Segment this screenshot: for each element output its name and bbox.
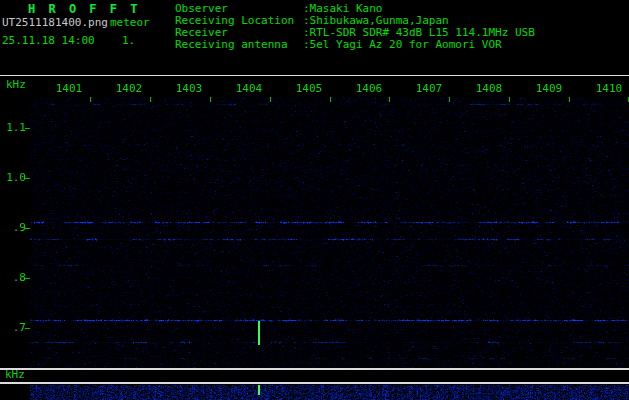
y-tick-0_8: .8 <box>0 272 26 284</box>
x-tick-1402: 1402 <box>109 83 149 95</box>
x-tick-1407: 1407 <box>409 83 449 95</box>
x-tick-1408: 1408 <box>469 83 509 95</box>
x-tick-1404: 1404 <box>229 83 269 95</box>
y-tick-0_7: .7 <box>0 322 26 334</box>
y-tick-1_0: 1.0 <box>0 172 26 184</box>
y-tick-1_1: 1.1 <box>0 122 26 134</box>
y-axis-unit-bottom: kHz <box>5 369 25 381</box>
info-label-antenna: Receiving antenna <box>175 39 288 51</box>
y-axis-unit-top: kHz <box>6 79 26 91</box>
y-tick-0_9: .9 <box>0 222 26 234</box>
app-title: H R O F F T <box>28 3 140 15</box>
output-filename: UT2511181400.png <box>2 16 108 29</box>
observation-tag: meteor <box>110 16 150 29</box>
x-tick-1409: 1409 <box>529 83 569 95</box>
hrofft-window: H R O F F T UT2511181400.pngmeteor 25.11… <box>0 0 629 400</box>
spectrogram-canvas <box>0 76 629 400</box>
datetime-label: 25.11.18 14:00 <box>2 35 95 47</box>
x-tick-1410: 1410 <box>589 83 629 95</box>
x-tick-1406: 1406 <box>349 83 389 95</box>
echo-count: 1. <box>122 35 135 47</box>
header-separator-line <box>0 75 629 76</box>
info-value-antenna: :5el Yagi Az 20 for Aomori VOR <box>303 39 502 51</box>
x-tick-1405: 1405 <box>289 83 329 95</box>
x-tick-1403: 1403 <box>169 83 209 95</box>
x-tick-1401: 1401 <box>49 83 89 95</box>
filename-line: UT2511181400.pngmeteor <box>2 17 150 29</box>
